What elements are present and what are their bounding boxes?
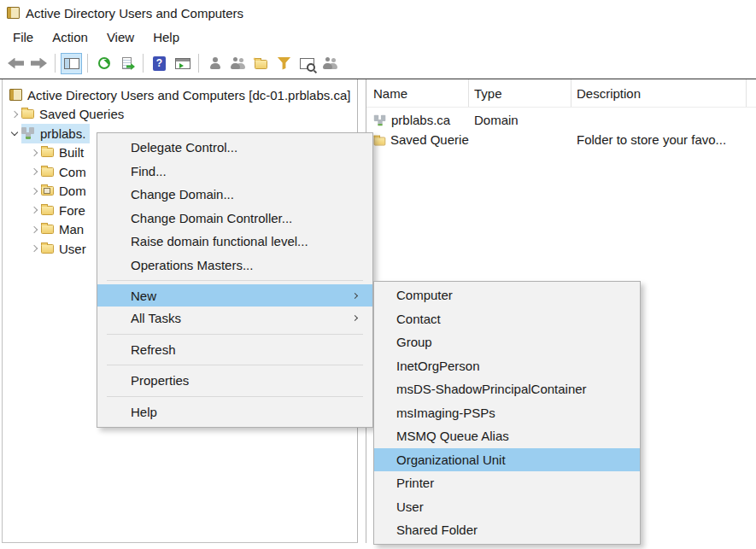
- context-menu-item-change-domain[interactable]: Change Domain...: [97, 183, 372, 207]
- expander-com[interactable]: [29, 162, 41, 182]
- folder-icon: [41, 186, 54, 196]
- refresh-icon: [98, 57, 110, 69]
- column-header-description[interactable]: Description: [571, 79, 747, 107]
- find-objects-button[interactable]: [296, 53, 318, 74]
- menu-item-label: Shared Folder: [396, 523, 478, 537]
- submenu-item-msmq-queue-alias[interactable]: MSMQ Queue Alias: [374, 424, 640, 448]
- list-item-saved-queries[interactable]: Saved QueriesFolder to store your favo..…: [366, 130, 756, 149]
- forward-icon: [31, 58, 47, 69]
- help-button[interactable]: [149, 53, 170, 74]
- expander-saved-queries[interactable]: [9, 105, 21, 125]
- toolbar: [0, 49, 756, 79]
- column-header-name[interactable]: Name: [366, 79, 469, 107]
- refresh-button[interactable]: [93, 53, 114, 74]
- context-menu-item-properties[interactable]: Properties: [97, 369, 372, 393]
- submenu-item-computer[interactable]: Computer: [374, 283, 640, 307]
- context-menu-item-help[interactable]: Help: [97, 400, 372, 424]
- set-group-button[interactable]: [319, 53, 341, 74]
- tree-node-fore[interactable]: Fore: [41, 201, 90, 220]
- new-ou-icon: [255, 60, 267, 69]
- forward-button[interactable]: [28, 53, 50, 74]
- new-group-button[interactable]: [227, 53, 249, 74]
- set-group-icon: [323, 57, 338, 70]
- filter-button[interactable]: [273, 53, 295, 74]
- folder-icon: [41, 148, 54, 157]
- name-cell: Saved Queries: [366, 132, 469, 147]
- aduc-window: Active Directory Users and Computers Fil…: [0, 0, 756, 549]
- tree-label: Com: [59, 165, 86, 179]
- menu-item-label: User: [396, 499, 424, 514]
- tree-node-com[interactable]: Com: [41, 162, 91, 182]
- menu-action[interactable]: Action: [43, 27, 97, 47]
- context-menu-item-raise-domain-functional-level[interactable]: Raise domain functional level...: [97, 230, 372, 254]
- menu-separator: [107, 365, 363, 365]
- window-title: Active Directory Users and Computers: [26, 6, 243, 20]
- properties-window-button[interactable]: [172, 53, 193, 74]
- column-header-type[interactable]: Type: [469, 79, 571, 107]
- tree-node-built[interactable]: Built: [41, 143, 88, 163]
- context-menu: Delegate Control...Find...Change Domain.…: [97, 132, 373, 428]
- domain-icon: [374, 114, 386, 126]
- submenu-item-contact[interactable]: Contact: [374, 307, 640, 331]
- submenu-item-inetorgperson[interactable]: InetOrgPerson: [374, 354, 640, 378]
- menu-separator: [107, 280, 363, 281]
- folder-icon: [374, 137, 386, 145]
- submenu-item-organizational-unit[interactable]: Organizational Unit: [374, 448, 640, 472]
- tree-node-dom[interactable]: Dom: [41, 182, 91, 201]
- new-user-button[interactable]: [204, 53, 226, 74]
- tree-label: Active Directory Users and Computers [dc…: [27, 88, 350, 102]
- context-menu-item-refresh[interactable]: Refresh: [97, 338, 372, 362]
- tree-node-active-directory-users-and-computers-dc-01-prblabs-ca[interactable]: Active Directory Users and Computers [dc…: [9, 85, 355, 105]
- expander-built[interactable]: [29, 143, 41, 163]
- tree-label: Saved Queries: [39, 107, 124, 121]
- expander-dom[interactable]: [29, 182, 41, 201]
- tree-node-user[interactable]: User: [41, 239, 91, 259]
- context-menu-item-new[interactable]: New: [97, 284, 372, 307]
- tree-item-active-directory-users-and-computers-dc-01-prblabs-ca: Active Directory Users and Computers [dc…: [3, 85, 357, 105]
- tree-node-prblabs[interactable]: prblabs.: [21, 124, 90, 143]
- tree-node-man[interactable]: Man: [41, 220, 88, 240]
- submenu-item-user[interactable]: User: [374, 495, 640, 519]
- list-item-prblabs-ca[interactable]: prblabs.caDomain: [366, 110, 756, 130]
- menu-item-label: All Tasks: [131, 311, 181, 325]
- menu-item-label: InetOrgPerson: [396, 359, 480, 373]
- context-menu-item-operations-masters[interactable]: Operations Masters...: [97, 254, 372, 277]
- expander-man[interactable]: [29, 220, 41, 240]
- show-console-tree-button[interactable]: [61, 53, 82, 74]
- back-button[interactable]: [5, 53, 26, 74]
- tree-node-saved-queries[interactable]: Saved Queries: [21, 105, 128, 125]
- submenu-arrow-icon: [352, 315, 358, 321]
- menu-help[interactable]: Help: [144, 27, 189, 47]
- menu-item-label: MSMQ Queue Alias: [396, 429, 509, 443]
- column-label: Name: [373, 86, 407, 101]
- expander-user[interactable]: [29, 239, 41, 259]
- submenu-item-msimaging-psps[interactable]: msImaging-PSPs: [374, 401, 640, 425]
- menu-item-label: Properties: [131, 373, 189, 388]
- export-list-button[interactable]: [116, 53, 138, 74]
- expander-fore[interactable]: [29, 201, 41, 220]
- submenu-item-group[interactable]: Group: [374, 330, 640, 354]
- type-cell: Domain: [469, 113, 571, 127]
- submenu-item-shared-folder[interactable]: Shared Folder: [374, 518, 640, 542]
- context-menu-item-change-domain-controller[interactable]: Change Domain Controller...: [97, 207, 372, 231]
- context-menu-item-find[interactable]: Find...: [97, 160, 372, 184]
- column-label: Description: [577, 86, 641, 101]
- app-icon: [7, 7, 20, 19]
- menu-item-label: Refresh: [131, 342, 176, 357]
- menu-separator: [107, 396, 363, 397]
- chevron-right-icon: [31, 207, 38, 213]
- folder-icon: [41, 206, 54, 215]
- expander-prblabs[interactable]: [9, 124, 21, 143]
- menu-item-label: Delegate Control...: [131, 140, 237, 155]
- menu-file[interactable]: File: [3, 27, 43, 47]
- chevron-right-icon: [11, 111, 18, 118]
- new-ou-button[interactable]: [250, 53, 272, 74]
- context-menu-item-all-tasks[interactable]: All Tasks: [97, 307, 372, 330]
- context-menu-item-delegate-control[interactable]: Delegate Control...: [97, 136, 372, 160]
- chevron-right-icon: [31, 188, 38, 195]
- menu-view[interactable]: View: [97, 27, 144, 47]
- submenu-item-printer[interactable]: Printer: [374, 471, 640, 495]
- item-type: Domain: [474, 113, 519, 127]
- submenu-item-msds-shadowprincipalcontainer[interactable]: msDS-ShadowPrincipalContainer: [374, 377, 640, 401]
- chevron-right-icon: [31, 149, 38, 156]
